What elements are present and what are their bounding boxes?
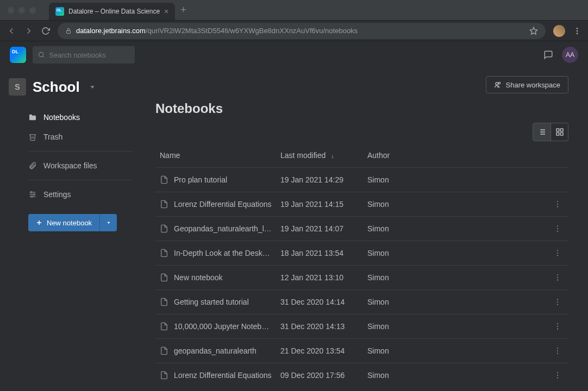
workspace-selector[interactable]: S School [9,78,133,96]
notifications-icon[interactable] [543,50,553,60]
url-bar[interactable]: datalore.jetbrains.com/quriVR2iW2Mta3StD… [58,23,546,39]
notebook-modified: 21 Dec 2020 13:54 [276,339,363,363]
svg-point-47 [557,348,558,349]
row-menu-button[interactable] [549,339,568,363]
row-menu-button[interactable] [549,241,568,266]
table-row[interactable]: In-Depth Look at the Deskto...18 Jan 202… [155,241,568,266]
notebook-modified: 09 Dec 2020 17:56 [276,363,363,388]
table-row[interactable]: Lorenz Differential Equations09 Dec 2020… [155,363,568,388]
sidebar-item-label: Workspace files [43,161,97,170]
col-name-header[interactable]: Name [155,143,276,168]
svg-point-48 [557,350,558,351]
notebook-name: In-Depth Look at the Deskto... [174,249,272,257]
sidebar-item-settings[interactable]: Settings [28,185,133,204]
notebooks-table: Name Last modified ↓ Author Pro plan tut… [155,143,568,387]
table-row[interactable]: Lorenz Differential Equations19 Jan 2021… [155,192,568,217]
workspace-name: School [33,79,80,96]
svg-point-42 [557,301,558,302]
notebook-name: Lorenz Differential Equations [174,371,272,380]
svg-point-13 [31,196,33,198]
new-tab-button[interactable]: + [180,4,186,16]
sidebar-item-label: Settings [43,190,71,199]
new-notebook-dropdown[interactable] [99,214,117,231]
row-menu-button[interactable] [549,168,568,192]
table-row[interactable]: geopandas_naturalearth21 Dec 2020 13:54S… [155,339,568,363]
paperclip-icon [28,161,37,170]
close-tab-icon[interactable]: × [164,7,168,16]
browser-tab[interactable]: Datalore – Online Data Science × [49,3,175,20]
row-menu-button[interactable] [549,217,568,241]
svg-point-18 [498,82,501,84]
grid-view-button[interactable] [551,123,568,141]
search-box[interactable] [33,46,135,64]
table-row[interactable]: New notebook12 Jan 2021 13:10Simon [155,266,568,290]
share-workspace-button[interactable]: Share workspace [486,76,568,93]
more-icon [553,249,562,257]
notebook-icon [160,249,168,257]
table-row[interactable]: Pro plan tutorial19 Jan 2021 14:29Simon [155,168,568,192]
more-icon [553,200,562,209]
table-row[interactable]: Getting started tutorial31 Dec 2020 14:1… [155,290,568,314]
notebook-name: New notebook [174,273,223,282]
search-icon [38,51,45,59]
row-menu-button[interactable] [549,290,568,314]
notebook-icon [160,200,168,209]
user-avatar[interactable]: AA [562,47,578,63]
back-button[interactable] [7,26,16,36]
col-author-header[interactable]: Author [363,143,549,168]
svg-point-52 [557,377,558,379]
sidebar-item-workspace-files[interactable]: Workspace files [28,156,133,175]
svg-point-31 [557,206,558,207]
search-input[interactable] [49,51,129,59]
table-row[interactable]: 10,000,000 Jupyter Noteboo...31 Dec 2020… [155,314,568,339]
window-maximize-icon[interactable] [29,7,36,14]
list-view-button[interactable] [533,123,551,141]
svg-marker-1 [530,27,537,34]
table-row[interactable]: Geopandas_naturalearth_lets...19 Jan 202… [155,217,568,241]
view-toggle [533,123,568,141]
app-logo-icon[interactable] [10,47,26,63]
svg-point-51 [557,375,558,376]
more-icon [553,273,562,282]
notebook-name: 10,000,000 Jupyter Noteboo... [174,322,272,331]
sidebar-item-trash[interactable]: Trash [28,127,133,147]
window-minimize-icon[interactable] [18,7,25,14]
svg-rect-28 [560,133,563,135]
svg-point-37 [557,255,558,256]
notebook-icon [160,346,168,355]
section-title: Notebooks [155,101,568,116]
browser-toolbar: datalore.jetbrains.com/quriVR2iW2Mta3StD… [0,21,588,41]
sidebar-item-label: Trash [43,133,62,141]
forward-button[interactable] [24,26,34,36]
notebook-name: Lorenz Differential Equations [174,200,272,209]
chevron-down-icon [89,83,96,91]
browser-menu-icon[interactable] [573,27,581,35]
row-menu-button[interactable] [549,192,568,217]
svg-marker-16 [107,222,110,224]
notebook-icon [160,371,168,380]
browser-profile-avatar[interactable] [553,25,565,37]
notebook-name: Getting started tutorial [174,298,249,306]
svg-point-33 [557,228,558,229]
notebook-author: Simon [363,217,549,241]
notebook-name: Pro plan tutorial [174,175,227,184]
notebook-author: Simon [363,339,549,363]
col-modified-header[interactable]: Last modified ↓ [276,143,363,168]
notebook-author: Simon [363,241,549,266]
svg-rect-27 [556,133,559,135]
svg-point-36 [557,253,558,254]
row-menu-button[interactable] [549,266,568,290]
notebook-icon [160,322,168,331]
notebook-modified: 31 Dec 2020 14:14 [276,290,363,314]
svg-point-32 [557,225,558,226]
new-notebook-button[interactable]: New notebook [28,214,99,231]
row-menu-button[interactable] [549,363,568,388]
svg-point-40 [557,280,558,281]
window-close-icon[interactable] [8,7,14,14]
sidebar-item-notebooks[interactable]: Notebooks [28,108,133,127]
reload-button[interactable] [41,27,50,35]
bookmark-icon[interactable] [529,27,538,35]
row-menu-button[interactable] [549,314,568,339]
divider [28,151,133,152]
svg-point-2 [577,28,578,29]
